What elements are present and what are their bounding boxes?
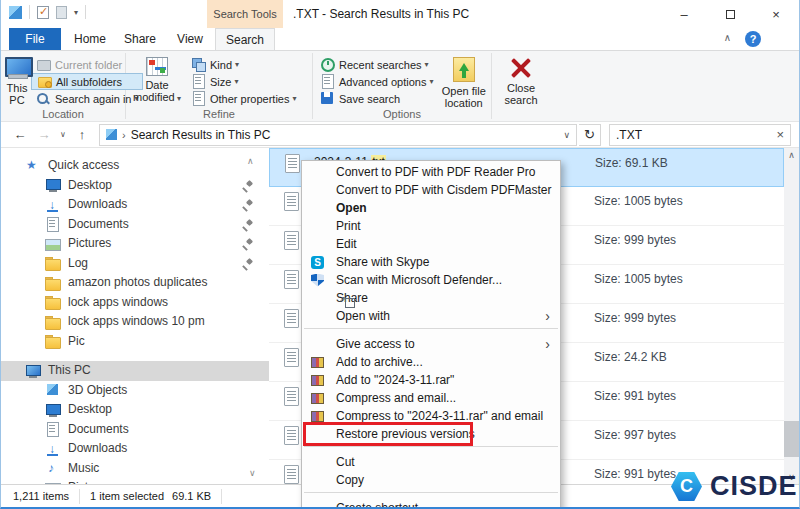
- minimize-button[interactable]: –: [661, 0, 707, 28]
- advanced-options-button[interactable]: Advanced options: [315, 73, 438, 90]
- sidebar-item[interactable]: Downloads: [1, 439, 269, 459]
- context-menu-item[interactable]: Cut: [302, 453, 560, 471]
- collapse-ribbon-icon[interactable]: ∧: [724, 32, 731, 43]
- sidebar-item[interactable]: 3D Objects: [1, 381, 269, 401]
- selection-count: 1 item selected: [90, 490, 164, 502]
- recent-locations-caret-icon[interactable]: ∨: [57, 130, 69, 139]
- context-menu-item[interactable]: Compress to "2024-3-11.rar" and email: [302, 407, 560, 425]
- tab-search-active[interactable]: Search: [215, 28, 275, 50]
- clear-search-icon[interactable]: ×: [776, 127, 784, 142]
- sidebar-item[interactable]: Pictures: [1, 234, 269, 254]
- properties-icon[interactable]: [37, 6, 49, 19]
- tab-share[interactable]: Share: [115, 28, 165, 50]
- scrollbar-thumb[interactable]: [784, 421, 799, 457]
- new-folder-icon[interactable]: [56, 6, 67, 19]
- sidebar-item[interactable]: amazon photos duplicates: [1, 273, 269, 293]
- text-file-icon: [284, 231, 299, 250]
- close-search-button[interactable]: Close search: [494, 53, 548, 106]
- ribbon-tabs: File Home Share View Search ∧ ?: [1, 28, 799, 50]
- close-button[interactable]: ×: [753, 0, 799, 28]
- address-bar[interactable]: › Search Results in This PC ∨: [99, 124, 577, 146]
- menu-item-icon: [311, 393, 324, 404]
- search-box[interactable]: ×: [609, 124, 791, 146]
- sidebar-item[interactable]: Desktop: [1, 400, 269, 420]
- context-menu-item[interactable]: [302, 328, 560, 335]
- other-properties-button[interactable]: Other properties: [186, 90, 302, 107]
- menu-item-icon: [311, 274, 324, 287]
- open-file-location-button[interactable]: Open file location: [438, 53, 489, 109]
- sidebar-item[interactable]: This PC: [1, 361, 269, 381]
- context-menu-item[interactable]: Give access to: [302, 335, 560, 353]
- save-search-button[interactable]: Save search: [315, 90, 438, 107]
- context-menu-item[interactable]: Copy: [302, 471, 560, 489]
- menu-item-label: Restore previous versions: [336, 427, 475, 441]
- menu-item-label: Open: [336, 201, 367, 215]
- menu-item-label: Open with: [336, 309, 390, 323]
- customize-toolbar-caret-icon[interactable]: ▾: [74, 8, 78, 17]
- context-menu-item[interactable]: Restore previous versions: [302, 425, 560, 443]
- sidebar-item[interactable]: Documents: [1, 215, 269, 235]
- context-menu-item[interactable]: Add to "2024-3-11.rar": [302, 371, 560, 389]
- sidebar-item[interactable]: Log: [1, 254, 269, 274]
- maximize-button[interactable]: [707, 0, 753, 28]
- sidebar-item-label: amazon photos duplicates: [68, 273, 207, 293]
- context-menu-item[interactable]: Open with: [302, 307, 560, 325]
- recent-searches-button[interactable]: Recent searches: [315, 56, 438, 73]
- watermark-brand: CISDEM: [710, 471, 800, 502]
- divider: [79, 489, 80, 504]
- context-menu-item[interactable]: Create shortcut: [302, 499, 560, 509]
- context-menu-item[interactable]: Share with Skype: [302, 253, 560, 271]
- tab-home[interactable]: Home: [65, 28, 115, 50]
- refresh-button[interactable]: ↻: [579, 124, 601, 146]
- scroll-up-icon[interactable]: ∧: [784, 150, 799, 160]
- scrollbar[interactable]: ∧ ∨: [784, 148, 799, 484]
- file-size: Size: 1005 bytes: [594, 194, 683, 208]
- context-menu-item[interactable]: Convert to PDF with PDF Reader Pro: [302, 163, 560, 181]
- help-icon[interactable]: ?: [745, 31, 761, 47]
- breadcrumb[interactable]: Search Results in This PC: [131, 128, 559, 142]
- sidebar-item[interactable]: Documents: [1, 420, 269, 440]
- context-menu-item[interactable]: Open: [302, 199, 560, 217]
- tab-view[interactable]: View: [165, 28, 215, 50]
- tab-file[interactable]: File: [9, 28, 61, 50]
- sidebar-item[interactable]: Pic: [1, 332, 269, 352]
- address-dropdown-icon[interactable]: ∨: [563, 130, 570, 140]
- context-menu-item[interactable]: Share: [302, 289, 560, 307]
- context-menu-item[interactable]: Scan with Microsoft Defender...: [302, 271, 560, 289]
- back-button[interactable]: ←: [9, 127, 31, 142]
- sidebar-item[interactable]: Desktop: [1, 176, 269, 196]
- size-button[interactable]: Size: [186, 73, 302, 90]
- title-bar: ▾ Search Tools .TXT - Search Results in …: [1, 0, 799, 28]
- this-pc-button[interactable]: This PC: [3, 53, 31, 106]
- context-menu-item[interactable]: [302, 446, 560, 453]
- pin-icon: [242, 238, 253, 249]
- date-modified-button[interactable]: Date modified: [128, 53, 186, 105]
- group-label-refine: Refine: [126, 108, 312, 120]
- sidebar-scroll-up-icon[interactable]: ∧: [247, 156, 254, 166]
- sidebar-item-icon: [45, 314, 61, 330]
- search-input[interactable]: [616, 128, 776, 142]
- file-size: Size: 991 bytes: [594, 467, 676, 481]
- context-menu: Convert to PDF with PDF Reader Pro Conve…: [301, 160, 561, 509]
- search-tools-contextual-tab[interactable]: Search Tools: [207, 0, 283, 28]
- sidebar-item[interactable]: Music: [1, 459, 269, 479]
- size-icon: [191, 74, 206, 89]
- sidebar-item-icon: [45, 294, 61, 310]
- sidebar-item[interactable]: lock apps windows 10 pm: [1, 312, 269, 332]
- forward-button[interactable]: →: [33, 127, 55, 142]
- context-menu-item[interactable]: Add to archive...: [302, 353, 560, 371]
- context-menu-item[interactable]: [302, 492, 560, 499]
- context-menu-item[interactable]: Edit: [302, 235, 560, 253]
- up-button[interactable]: ↑: [71, 127, 93, 142]
- context-menu-item[interactable]: Print: [302, 217, 560, 235]
- menu-item-icon: [311, 338, 324, 351]
- context-menu-item[interactable]: Convert to PDF with Cisdem PDFMaster: [302, 181, 560, 199]
- sidebar-item[interactable]: Quick access: [1, 156, 269, 176]
- sidebar-item[interactable]: lock apps windows: [1, 293, 269, 313]
- selection-size: 69.1 KB: [172, 490, 211, 502]
- sidebar-item[interactable]: Downloads: [1, 195, 269, 215]
- context-menu-item[interactable]: Compress and email...: [302, 389, 560, 407]
- sidebar-scroll-down-icon[interactable]: ∨: [249, 468, 256, 478]
- kind-button[interactable]: Kind: [186, 56, 302, 73]
- group-label-location: Location: [1, 108, 125, 120]
